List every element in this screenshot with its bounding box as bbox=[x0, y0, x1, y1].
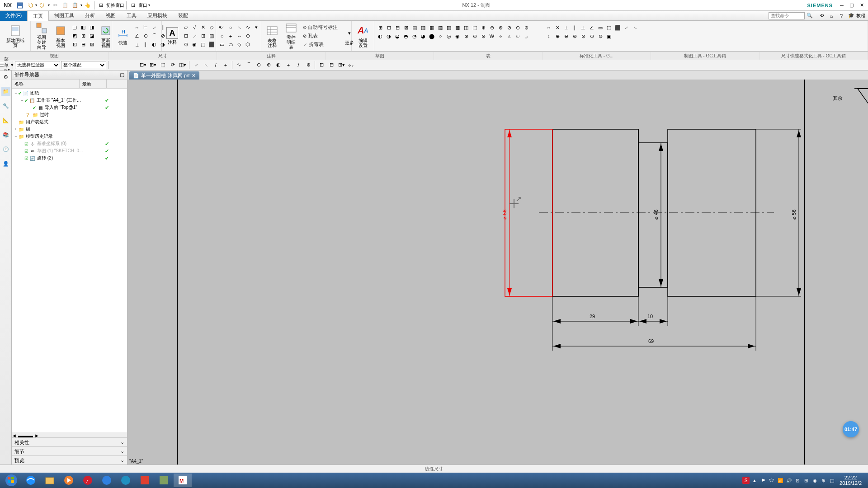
gc-6[interactable]: ▥ bbox=[419, 23, 427, 32]
view-small-5[interactable]: ⊞ bbox=[79, 32, 87, 40]
ann-11[interactable]: ◉ bbox=[190, 41, 198, 49]
rail-history-icon[interactable]: 🕐 bbox=[1, 145, 10, 154]
dt-9[interactable]: ⬛ bbox=[613, 23, 622, 32]
dim-radial[interactable]: ⊙ bbox=[142, 32, 150, 40]
tray-1[interactable]: ▲ bbox=[751, 477, 758, 484]
switch-window-label[interactable]: 切换窗口 bbox=[106, 2, 124, 9]
gc-b18[interactable]: ⟓ bbox=[522, 32, 530, 40]
search-icon[interactable]: 🔍 bbox=[806, 12, 814, 20]
doc-tab-close-icon[interactable]: ✕ bbox=[192, 73, 196, 79]
snap-7[interactable]: ⊙ bbox=[254, 61, 263, 70]
dt-7[interactable]: ▭ bbox=[596, 23, 604, 32]
rail-roles-icon[interactable]: 👤 bbox=[1, 159, 10, 168]
task-app3[interactable] bbox=[155, 474, 173, 487]
view-small-6[interactable]: ◪ bbox=[88, 32, 96, 40]
sk-11[interactable]: ⬭ bbox=[226, 41, 235, 49]
col-latest[interactable]: 最新 bbox=[80, 80, 107, 88]
dt-b5[interactable]: ⊘ bbox=[579, 32, 587, 40]
tree-user-expr[interactable]: 📁用户表达式 bbox=[12, 118, 127, 126]
section-related[interactable]: 相关性⌄ bbox=[12, 437, 127, 446]
base-view-button[interactable]: 基本视图 bbox=[52, 23, 70, 49]
gc-16[interactable]: ⊘ bbox=[505, 23, 513, 32]
gc-b3[interactable]: ◒ bbox=[393, 32, 401, 40]
task-app2[interactable] bbox=[136, 474, 154, 487]
auto-balloon-button[interactable]: ⊙ 自动符号标注 bbox=[301, 23, 340, 31]
tree-revolve[interactable]: ☑🔄旋转 (2)✔ bbox=[12, 155, 127, 162]
task-nx[interactable]: M bbox=[174, 474, 192, 487]
assembly-scope[interactable]: 整个装配 bbox=[61, 61, 106, 69]
ann-3[interactable]: ✕ bbox=[199, 23, 207, 32]
tb-3[interactable]: ⬚ bbox=[158, 61, 167, 70]
dt-b7[interactable]: ⊚ bbox=[596, 32, 604, 40]
view-small-3[interactable]: ◨ bbox=[88, 23, 96, 32]
ann-4[interactable]: ◇ bbox=[208, 23, 216, 32]
home-icon[interactable]: ⌂ bbox=[827, 12, 835, 20]
dim-a[interactable]: ⟂ bbox=[133, 41, 141, 49]
dt-8[interactable]: ⬚ bbox=[605, 23, 613, 32]
snap-13[interactable]: ⊡ bbox=[317, 61, 326, 70]
parts-list-button[interactable]: 零件明细表 bbox=[282, 23, 300, 49]
ann-6[interactable]: ⊡ bbox=[182, 32, 190, 40]
dim-arc[interactable]: ⌒ bbox=[150, 32, 158, 40]
task-app1[interactable] bbox=[117, 474, 135, 487]
view-small-9[interactable]: ⊠ bbox=[88, 41, 96, 49]
gc-b14[interactable]: W bbox=[488, 32, 496, 40]
sk-8[interactable]: ⌢ bbox=[235, 32, 243, 40]
tab-analysis[interactable]: 分析 bbox=[80, 11, 100, 21]
tb-2[interactable]: ⊞▾ bbox=[148, 61, 157, 70]
gc-b11[interactable]: ⊛ bbox=[462, 32, 470, 40]
view-small-8[interactable]: ⊟ bbox=[79, 41, 87, 49]
redo-icon[interactable] bbox=[38, 1, 47, 10]
tray-6[interactable]: ⊡ bbox=[794, 477, 801, 484]
search-input[interactable] bbox=[769, 12, 805, 19]
dim-chamfer[interactable]: ⟋ bbox=[150, 23, 158, 32]
snap-3[interactable]: / bbox=[211, 61, 220, 70]
tab-home[interactable]: 主页 bbox=[27, 11, 49, 21]
tab-drafting-tools[interactable]: 制图工具 bbox=[49, 11, 80, 21]
maximize-icon[interactable]: ▢ bbox=[847, 1, 856, 10]
gc-b1[interactable]: ◐ bbox=[376, 32, 384, 40]
close-icon[interactable]: ✕ bbox=[857, 1, 866, 10]
ann-1[interactable]: ▱ bbox=[182, 23, 190, 32]
ann-7[interactable]: ⟋ bbox=[190, 32, 198, 40]
view-small-2[interactable]: ◧ bbox=[79, 23, 87, 32]
dt-b3[interactable]: ⊖ bbox=[562, 32, 570, 40]
gc-b5[interactable]: ◔ bbox=[410, 32, 419, 40]
snap-4[interactable]: + bbox=[221, 61, 230, 70]
tree-sheet-a4[interactable]: −✔📋工作表 "A4_1" (工作...✔ bbox=[12, 97, 127, 104]
col-name[interactable]: 名称 bbox=[12, 80, 80, 88]
section-preview[interactable]: 预览⌄ bbox=[12, 455, 127, 465]
minimize-icon[interactable]: ─ bbox=[837, 1, 846, 10]
tree-drawings[interactable]: −✔📄图纸 bbox=[12, 89, 127, 97]
tree-outdated[interactable]: ?📁过时 bbox=[12, 111, 127, 118]
tree-imported-top[interactable]: ✔▦导入的 "Top@1"✔ bbox=[12, 104, 127, 111]
copy-icon[interactable]: 📋 bbox=[61, 1, 70, 10]
view-small-7[interactable]: ⊡ bbox=[71, 41, 79, 49]
gc-2[interactable]: ⊡ bbox=[385, 23, 393, 32]
gc-b15[interactable]: ⟐ bbox=[496, 32, 505, 40]
tb-4[interactable]: ⟳ bbox=[168, 61, 177, 70]
gc-8[interactable]: ▧ bbox=[436, 23, 444, 32]
touch-icon[interactable]: 👆 bbox=[83, 1, 92, 10]
dim-b[interactable]: ∥ bbox=[142, 41, 150, 49]
snap-10[interactable]: + bbox=[284, 61, 293, 70]
dim-angular[interactable]: ∠ bbox=[133, 32, 141, 40]
snap-12[interactable]: ⊛ bbox=[304, 61, 313, 70]
tab-tools[interactable]: 工具 bbox=[121, 11, 142, 21]
dim-ord[interactable]: ⊢ bbox=[142, 23, 150, 32]
table-note-button[interactable]: 表格注释 bbox=[263, 23, 281, 49]
gc-12[interactable]: ⬚ bbox=[471, 23, 479, 32]
note-button[interactable]: A 注释 bbox=[164, 23, 181, 49]
dt-6[interactable]: ∠ bbox=[588, 23, 596, 32]
gc-5[interactable]: ▤ bbox=[410, 23, 419, 32]
tree-sketch[interactable]: ☑✏草图 (1) "SKETCH_0...✔ bbox=[12, 147, 127, 155]
section-details[interactable]: 细节⌄ bbox=[12, 446, 127, 455]
save-icon[interactable] bbox=[15, 1, 24, 10]
tab-assembly[interactable]: 装配 bbox=[173, 11, 193, 21]
gc-3[interactable]: ⊟ bbox=[393, 23, 401, 32]
sk-9[interactable]: ⊖ bbox=[244, 32, 252, 40]
sk-4[interactable]: ∿ bbox=[244, 23, 252, 32]
bend-table-button[interactable]: ⟋ 折弯表 bbox=[301, 41, 340, 48]
gc-17[interactable]: ⊙ bbox=[514, 23, 522, 32]
ann-9[interactable]: ▨ bbox=[208, 32, 216, 40]
